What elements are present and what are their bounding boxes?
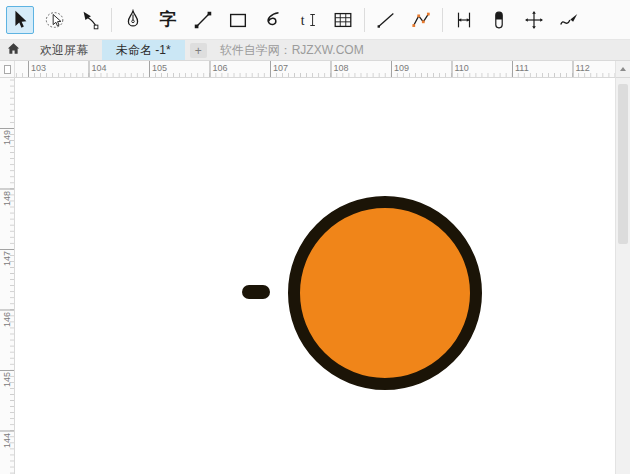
hruler-label: 106 [213, 63, 228, 73]
new-document-button[interactable]: + [190, 43, 207, 58]
hruler-label: 104 [92, 63, 107, 73]
toolbar-separator [364, 8, 365, 32]
eraser-tool[interactable] [485, 6, 513, 34]
hruler-label: 111 [515, 63, 529, 73]
text-insert-tool[interactable]: t [294, 6, 322, 34]
vertical-ruler[interactable]: 149148147146145144 [0, 78, 15, 474]
free-transform-tool[interactable] [520, 6, 548, 34]
table-tool[interactable] [329, 6, 357, 34]
vertical-scrollbar[interactable] [615, 78, 630, 474]
hruler-label: 103 [31, 63, 46, 73]
toolbar-separator [111, 8, 112, 32]
scroll-up-icon [620, 67, 626, 71]
dimension-tool[interactable] [450, 6, 478, 34]
hruler-label: 110 [455, 63, 469, 73]
ruler-row: 103104105106107108109110111112 [0, 61, 630, 78]
vruler-label: 145 [2, 372, 12, 387]
artistic-media-tool[interactable] [555, 6, 583, 34]
workspace: 149148147146145144 [0, 78, 630, 474]
bspline-tool[interactable] [259, 6, 287, 34]
tab-bar: 欢迎屏幕 未命名 -1* + 软件自学网：RJZXW.COM [0, 40, 630, 61]
home-button[interactable] [0, 40, 26, 60]
hruler-label: 107 [273, 63, 288, 73]
text-tool[interactable]: 字 [154, 6, 182, 34]
straight-line-tool[interactable] [372, 6, 400, 34]
shape-tool[interactable] [76, 6, 104, 34]
watermark-text: 软件自学网：RJZXW.COM [220, 40, 364, 60]
hruler-label: 105 [152, 63, 167, 73]
horizontal-ruler[interactable]: 103104105106107108109110111112 [15, 61, 615, 78]
tab-label: 未命名 -1* [116, 42, 171, 59]
polyline-tool[interactable] [407, 6, 435, 34]
hruler-label: 112 [576, 63, 590, 73]
dash-shape[interactable] [242, 285, 270, 299]
toolbar-separator [442, 8, 443, 32]
rectangle-tool[interactable] [224, 6, 252, 34]
two-point-line-tool[interactable] [189, 6, 217, 34]
plus-icon: + [195, 45, 202, 57]
scroll-up-button[interactable] [615, 61, 630, 78]
tab-untitled-document[interactable]: 未命名 -1* [102, 40, 185, 60]
svg-text:t: t [301, 12, 305, 27]
freehand-pick-tool[interactable] [41, 6, 69, 34]
pen-tool[interactable] [119, 6, 147, 34]
vruler-label: 146 [2, 311, 12, 326]
vruler-label: 148 [2, 190, 12, 205]
tab-welcome-screen[interactable]: 欢迎屏幕 [26, 40, 102, 60]
ruler-origin-corner[interactable] [0, 61, 15, 78]
hruler-label: 109 [394, 63, 409, 73]
ruler-origin-icon [4, 65, 11, 74]
app-window: 字t 欢迎屏幕 未命名 -1* + 软件自学网：RJZXW.COM 103104… [0, 0, 630, 474]
canvas[interactable] [15, 78, 615, 474]
vruler-label: 149 [2, 130, 12, 145]
toolbar: 字t [0, 0, 630, 40]
tab-label: 欢迎屏幕 [40, 42, 88, 59]
vruler-label: 144 [2, 432, 12, 447]
hruler-label: 108 [334, 63, 349, 73]
vruler-label: 147 [2, 251, 12, 266]
drawing-layer [15, 78, 615, 474]
circle-shape[interactable] [294, 202, 476, 384]
vertical-scrollbar-thumb[interactable] [618, 84, 628, 244]
home-icon [6, 41, 21, 59]
pick-tool[interactable] [6, 6, 34, 34]
